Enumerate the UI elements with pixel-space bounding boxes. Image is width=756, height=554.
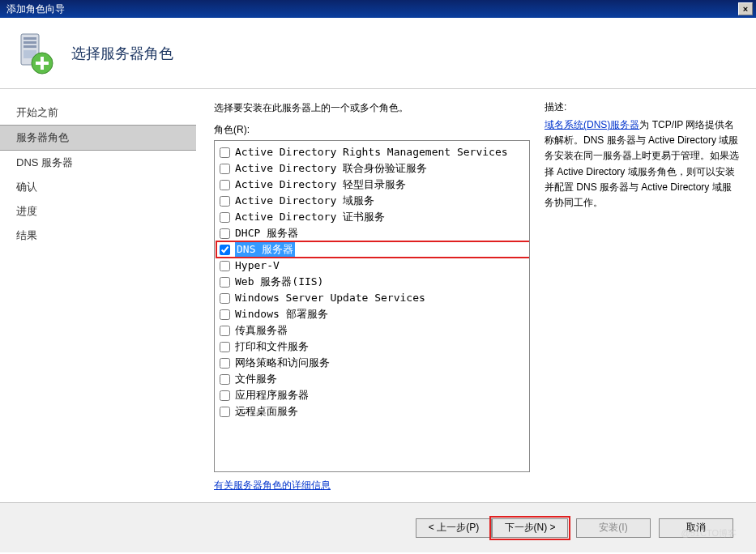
role-label-5: DHCP 服务器 [235,226,298,241]
svg-rect-3 [23,45,36,48]
role-item-11[interactable]: 传真服务器 [216,322,527,339]
role-label-12: 打印和文件服务 [235,339,309,354]
description-label: 描述: [545,100,740,114]
role-checkbox-3[interactable] [220,196,230,207]
role-item-4[interactable]: Active Directory 证书服务 [216,209,527,225]
role-checkbox-11[interactable] [220,326,230,336]
role-label-4: Active Directory 证书服务 [235,210,385,224]
description-body: 为 TCP/IP 网络提供名称解析。DNS 服务器与 Active Direct… [545,119,739,208]
nav-button-group: < 上一步(P) 下一步(N) > [416,518,568,538]
sidebar-step-3[interactable]: 确认 [0,175,196,199]
role-checkbox-6[interactable] [220,245,230,255]
role-label-9: Windows Server Update Services [235,291,425,305]
roles-label: 角色(R): [214,123,530,137]
role-item-7[interactable]: Hyper-V [216,258,527,274]
role-checkbox-13[interactable] [220,358,230,369]
role-item-9[interactable]: Windows Server Update Services [216,290,527,306]
role-label-16: 远程桌面服务 [235,404,298,419]
page-title: 选择服务器角色 [71,44,173,63]
role-checkbox-7[interactable] [220,261,230,271]
role-checkbox-4[interactable] [220,212,230,223]
more-info-link-container: 有关服务器角色的详细信息 [214,479,530,492]
role-label-6: DNS 服务器 [235,242,295,257]
role-checkbox-15[interactable] [220,390,230,401]
role-checkbox-5[interactable] [220,228,230,239]
install-button[interactable]: 安装(I) [576,518,651,538]
description-text: 域名系统(DNS)服务器为 TCP/IP 网络提供名称解析。DNS 服务器与 A… [545,117,740,211]
role-label-10: Windows 部署服务 [235,307,328,322]
svg-rect-1 [23,37,36,40]
role-label-1: Active Directory 联合身份验证服务 [235,161,427,176]
more-info-link[interactable]: 有关服务器角色的详细信息 [214,479,331,491]
next-button[interactable]: 下一步(N) > [492,518,568,538]
svg-rect-7 [36,62,49,65]
role-checkbox-8[interactable] [220,277,230,288]
role-item-6[interactable]: DNS 服务器 [216,241,530,258]
role-label-15: 应用程序服务器 [235,388,309,403]
close-button[interactable]: × [738,2,753,15]
role-checkbox-0[interactable] [220,147,230,158]
role-label-8: Web 服务器(IIS) [235,275,323,289]
description-link[interactable]: 域名系统(DNS)服务器 [545,119,639,130]
role-item-10[interactable]: Windows 部署服务 [216,306,527,322]
role-checkbox-16[interactable] [220,407,230,417]
role-label-14: 文件服务 [235,372,277,386]
main-panel: 选择要安装在此服务器上的一个或多个角色。 角色(R): Active Direc… [196,89,756,502]
sidebar-step-0[interactable]: 开始之前 [0,100,196,125]
sidebar-step-1[interactable]: 服务器角色 [0,125,196,151]
role-checkbox-10[interactable] [220,309,230,320]
role-item-12[interactable]: 打印和文件服务 [216,339,527,355]
sidebar-step-5[interactable]: 结果 [0,224,196,248]
role-checkbox-9[interactable] [220,293,230,304]
role-label-7: Hyper-V [235,258,280,273]
role-checkbox-2[interactable] [220,180,230,190]
wizard-sidebar: 开始之前服务器角色DNS 服务器确认进度结果 [0,89,196,502]
role-checkbox-1[interactable] [220,164,230,174]
role-item-0[interactable]: Active Directory Rights Management Servi… [216,144,527,160]
role-item-15[interactable]: 应用程序服务器 [216,387,527,403]
watermark: @51CTO博客 [681,527,737,539]
role-label-11: 传真服务器 [235,323,288,338]
instruction-text: 选择要安装在此服务器上的一个或多个角色。 [214,100,530,115]
wizard-header: 选择服务器角色 [0,18,756,89]
role-item-13[interactable]: 网络策略和访问服务 [216,355,527,371]
wizard-footer: < 上一步(P) 下一步(N) > 安装(I) 取消 [0,502,756,552]
role-item-1[interactable]: Active Directory 联合身份验证服务 [216,160,527,177]
role-label-3: Active Directory 域服务 [235,194,374,208]
role-item-14[interactable]: 文件服务 [216,371,527,387]
role-checkbox-14[interactable] [220,374,230,385]
role-label-13: 网络策略和访问服务 [235,356,330,370]
svg-rect-2 [23,41,36,44]
role-item-3[interactable]: Active Directory 域服务 [216,193,527,209]
role-item-5[interactable]: DHCP 服务器 [216,225,527,241]
roles-listbox[interactable]: Active Directory Rights Management Servi… [214,140,530,472]
sidebar-step-2[interactable]: DNS 服务器 [0,151,196,175]
role-label-0: Active Directory Rights Management Servi… [235,145,508,160]
content-area: 开始之前服务器角色DNS 服务器确认进度结果 选择要安装在此服务器上的一个或多个… [0,89,756,502]
role-item-2[interactable]: Active Directory 轻型目录服务 [216,177,527,193]
role-item-8[interactable]: Web 服务器(IIS) [216,274,527,290]
role-checkbox-12[interactable] [220,342,230,352]
role-label-2: Active Directory 轻型目录服务 [235,177,406,192]
previous-button[interactable]: < 上一步(P) [416,518,492,538]
titlebar: 添加角色向导 × [0,0,756,18]
sidebar-step-4[interactable]: 进度 [0,199,196,224]
role-item-16[interactable]: 远程桌面服务 [216,403,527,420]
server-role-icon [16,31,55,76]
window-title: 添加角色向导 [3,2,65,16]
